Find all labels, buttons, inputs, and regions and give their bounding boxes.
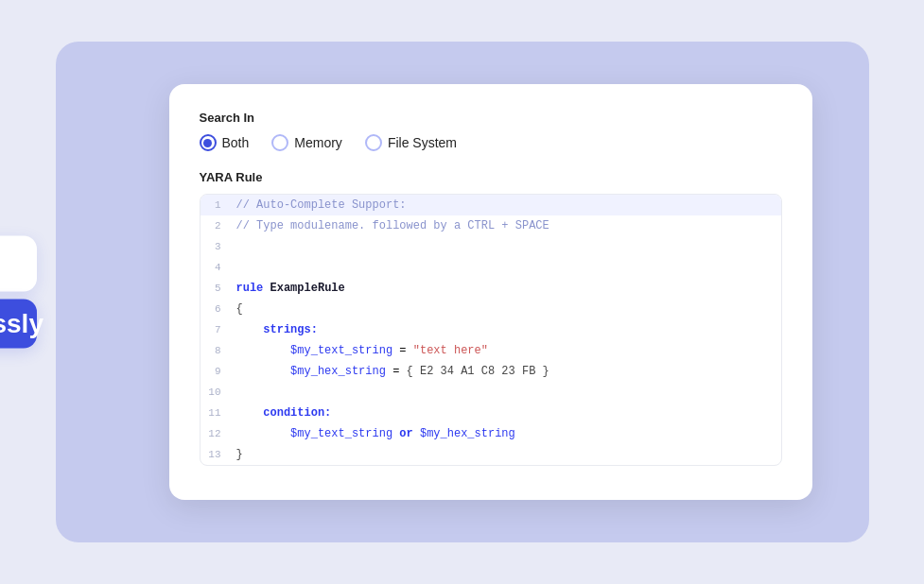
code-line-8: 8 $my_text_string = "text here" [200, 340, 781, 361]
code-line-3: 3 [200, 236, 781, 257]
code-line-10: 10 [200, 382, 781, 403]
move-label: Move [0, 236, 37, 292]
line-content-9: $my_hex_string = { E2 34 A1 C8 23 FB } [233, 365, 779, 378]
line-num-2: 2 [202, 220, 233, 232]
line-num-9: 9 [202, 366, 233, 377]
code-line-5: 5 rule ExampleRule [200, 278, 781, 299]
code-line-12: 12 $my_text_string or $my_hex_string [200, 423, 781, 444]
line-num-6: 6 [202, 303, 233, 315]
line-num-13: 13 [202, 449, 233, 460]
radio-memory-label: Memory [294, 135, 342, 150]
line-content-1: // Auto-Complete Support: [233, 198, 779, 212]
radio-group: Both Memory File System [200, 134, 782, 151]
radio-both[interactable]: Both [200, 134, 250, 151]
code-line-6: 6 { [200, 299, 781, 319]
line-content-5: rule ExampleRule [233, 282, 779, 295]
line-num-4: 4 [202, 262, 233, 273]
line-num-3: 3 [202, 241, 233, 252]
line-content-12: $my_text_string or $my_hex_string [233, 427, 779, 440]
radio-circle-both [200, 134, 217, 151]
line-content-11: condition: [233, 406, 779, 420]
radio-circle-filesystem [365, 134, 382, 151]
line-num-5: 5 [202, 283, 233, 294]
line-content-6: { [233, 302, 779, 316]
yara-rule-label: YARA Rule [200, 170, 782, 184]
line-content-7: strings: [233, 323, 779, 336]
code-editor[interactable]: 1 // Auto-Complete Support: 2 // Type mo… [200, 194, 782, 466]
radio-filesystem-label: File System [388, 135, 457, 150]
search-in-label: Search In [200, 111, 782, 125]
line-content-13: } [233, 448, 779, 461]
radio-circle-memory [271, 134, 288, 151]
radio-memory[interactable]: Memory [271, 134, 342, 151]
code-line-4: 4 [200, 257, 781, 278]
code-line-2: 2 // Type modulename. followed by a CTRL… [200, 215, 781, 236]
line-num-10: 10 [202, 386, 233, 398]
line-num-11: 11 [202, 407, 233, 419]
line-num-8: 8 [202, 345, 233, 356]
line-num-12: 12 [202, 428, 233, 439]
code-line-7: 7 strings: [200, 319, 781, 340]
code-line-1: 1 // Auto-Complete Support: [200, 195, 781, 215]
seamlessly-label: seamlessly [0, 300, 37, 349]
radio-filesystem[interactable]: File System [365, 134, 457, 151]
main-card: Search In Both Memory File System YARA R… [169, 84, 812, 500]
radio-both-label: Both [222, 135, 250, 150]
move-badge: Move seamlessly [0, 236, 37, 349]
code-line-11: 11 condition: [200, 403, 781, 423]
line-content-2: // Type modulename. followed by a CTRL +… [233, 219, 779, 232]
line-num-1: 1 [202, 199, 233, 211]
line-content-8: $my_text_string = "text here" [233, 344, 779, 357]
outer-background: Move seamlessly Search In Both Memory Fi… [56, 42, 869, 542]
code-line-9: 9 $my_hex_string = { E2 34 A1 C8 23 FB } [200, 361, 781, 382]
code-line-13: 13 } [200, 444, 781, 465]
line-num-7: 7 [202, 324, 233, 335]
